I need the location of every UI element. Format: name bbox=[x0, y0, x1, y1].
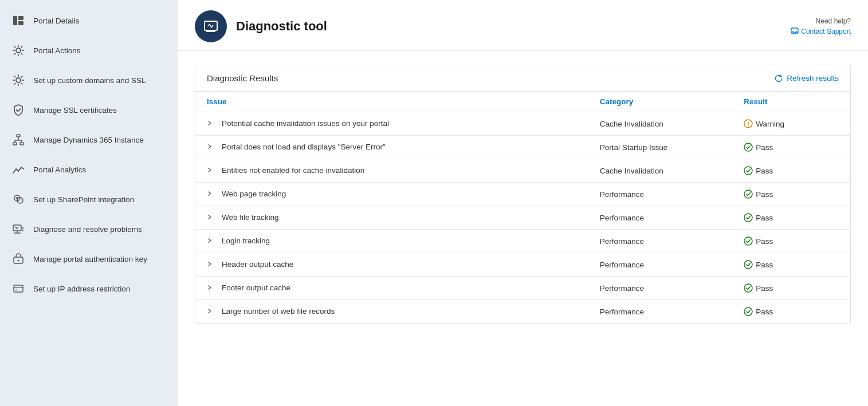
result-pass: Pass bbox=[744, 283, 839, 293]
issue-cell-5: Login tracking bbox=[195, 230, 588, 252]
refresh-results-button[interactable]: Refresh results bbox=[774, 74, 839, 83]
sidebar-item-portal-actions[interactable]: Portal Actions bbox=[0, 36, 178, 65]
issue-cell-7: Footer output cache bbox=[195, 277, 588, 299]
svg-point-39 bbox=[744, 143, 752, 151]
svg-line-31 bbox=[210, 24, 211, 27]
result-cell-2: Pass bbox=[732, 159, 850, 183]
diagnose-icon bbox=[11, 222, 25, 236]
ip-restriction-icon bbox=[11, 282, 25, 295]
sidebar-item-portal-analytics[interactable]: Portal Analytics bbox=[0, 155, 178, 184]
sidebar-item-dynamics-instance[interactable]: Manage Dynamics 365 Instance bbox=[0, 125, 178, 155]
table-row: Large number of web file recordsPerforma… bbox=[195, 300, 850, 324]
sidebar-label-auth-key: Manage portal authentication key bbox=[33, 255, 147, 263]
result-cell-5: Pass bbox=[732, 230, 850, 253]
sidebar-label-portal-actions: Portal Actions bbox=[33, 46, 81, 55]
pass-icon bbox=[744, 307, 753, 316]
sidebar-item-custom-domains[interactable]: Set up custom domains and SSL bbox=[0, 65, 178, 95]
expand-chevron-icon[interactable] bbox=[207, 190, 216, 198]
diagnostic-header: Diagnostic Results Refresh results bbox=[195, 65, 850, 92]
svg-rect-15 bbox=[13, 225, 21, 231]
issue-cell-2: Entities not enabled for cache invalidat… bbox=[195, 159, 588, 182]
issue-text: Header output cache bbox=[222, 260, 293, 269]
sidebar-label-sharepoint: Set up SharePoint integration bbox=[33, 195, 134, 204]
table-head: Issue Category Result bbox=[195, 92, 850, 112]
svg-point-42 bbox=[744, 214, 752, 222]
help-section: Need help? Contact Support bbox=[791, 17, 851, 36]
sidebar-item-ip-restriction[interactable]: Set up IP address restriction bbox=[0, 274, 178, 303]
expand-chevron-icon[interactable] bbox=[207, 308, 216, 316]
sidebar-label-portal-analytics: Portal Analytics bbox=[33, 165, 86, 174]
expand-chevron-icon[interactable] bbox=[207, 214, 216, 222]
pass-icon bbox=[744, 143, 753, 152]
expand-chevron-icon[interactable] bbox=[207, 261, 216, 269]
page-header: Diagnostic tool Need help? Contact Suppo… bbox=[178, 0, 868, 51]
expand-chevron-icon[interactable] bbox=[207, 237, 216, 245]
svg-point-14 bbox=[16, 197, 18, 199]
contact-support-link[interactable]: Contact Support bbox=[791, 27, 851, 36]
expand-chevron-icon[interactable] bbox=[207, 143, 216, 151]
issue-cell-6: Header output cache bbox=[195, 253, 588, 275]
result-pass: Pass bbox=[744, 236, 839, 246]
issue-cell-3: Web page tracking bbox=[195, 183, 588, 205]
svg-point-28 bbox=[15, 289, 17, 290]
auth-key-icon bbox=[11, 252, 25, 266]
expand-chevron-icon[interactable] bbox=[207, 284, 216, 292]
svg-point-45 bbox=[744, 284, 752, 292]
table-row: Potential cache invalidation issues on y… bbox=[195, 112, 850, 136]
svg-rect-5 bbox=[17, 135, 20, 137]
table-body: Potential cache invalidation issues on y… bbox=[195, 112, 850, 324]
sidebar-label-diagnose: Diagnose and resolve problems bbox=[33, 225, 142, 234]
table-row: Login trackingPerformancePass bbox=[195, 230, 850, 253]
result-cell-0: Warning bbox=[732, 112, 850, 136]
col-category: Category bbox=[588, 92, 732, 112]
expand-chevron-icon[interactable] bbox=[207, 167, 216, 175]
sidebar-label-portal-details: Portal Details bbox=[33, 17, 79, 25]
sidebar-item-portal-details[interactable]: Portal Details bbox=[0, 6, 178, 36]
issue-cell-8: Large number of web file records bbox=[195, 300, 588, 322]
svg-point-40 bbox=[744, 167, 752, 175]
portal-actions-icon bbox=[11, 44, 25, 57]
table-header-row: Issue Category Result bbox=[195, 92, 850, 112]
sidebar-label-custom-domains: Set up custom domains and SSL bbox=[33, 76, 146, 85]
svg-rect-26 bbox=[14, 285, 23, 292]
result-cell-3: Pass bbox=[732, 183, 850, 206]
svg-rect-0 bbox=[13, 16, 17, 25]
page-title: Diagnostic tool bbox=[236, 19, 327, 34]
category-cell-4: Performance bbox=[588, 206, 732, 230]
result-warning: Warning bbox=[744, 119, 839, 128]
header-left: Diagnostic tool bbox=[195, 10, 327, 42]
sidebar-item-auth-key[interactable]: Manage portal authentication key bbox=[0, 244, 178, 274]
pass-icon bbox=[744, 166, 753, 175]
result-cell-4: Pass bbox=[732, 206, 850, 230]
issue-text: Entities not enabled for cache invalidat… bbox=[222, 166, 364, 175]
result-cell-7: Pass bbox=[732, 277, 850, 300]
svg-rect-6 bbox=[13, 143, 17, 145]
svg-point-44 bbox=[744, 261, 752, 269]
pass-icon bbox=[744, 260, 753, 269]
sidebar-item-diagnose[interactable]: Diagnose and resolve problems bbox=[0, 214, 178, 244]
sidebar-item-ssl-certs[interactable]: Manage SSL certificates bbox=[0, 95, 178, 125]
refresh-icon bbox=[774, 74, 783, 83]
result-pass: Pass bbox=[744, 307, 839, 316]
result-cell-6: Pass bbox=[732, 253, 850, 277]
issue-text: Web file tracking bbox=[222, 213, 279, 222]
warning-icon bbox=[744, 119, 753, 128]
table-row: Footer output cachePerformancePass bbox=[195, 277, 850, 300]
svg-line-32 bbox=[211, 25, 213, 27]
sidebar-item-sharepoint[interactable]: Set up SharePoint integration bbox=[0, 184, 178, 214]
col-issue: Issue bbox=[195, 92, 588, 112]
expand-chevron-icon[interactable] bbox=[207, 120, 216, 128]
category-cell-2: Cache Invalidation bbox=[588, 159, 732, 183]
pass-icon bbox=[744, 213, 753, 222]
diagnostic-icon bbox=[195, 10, 227, 42]
need-help-text: Need help? bbox=[791, 17, 851, 25]
category-cell-8: Performance bbox=[588, 300, 732, 324]
diagnostic-results-title: Diagnostic Results bbox=[207, 73, 278, 83]
dynamics-instance-icon bbox=[11, 133, 25, 147]
category-cell-7: Performance bbox=[588, 277, 732, 300]
issue-text: Large number of web file records bbox=[222, 307, 335, 316]
refresh-label: Refresh results bbox=[787, 74, 839, 82]
table-row: Web page trackingPerformancePass bbox=[195, 183, 850, 206]
portal-details-icon bbox=[11, 14, 25, 27]
main-content: Diagnostic tool Need help? Contact Suppo… bbox=[178, 0, 868, 406]
